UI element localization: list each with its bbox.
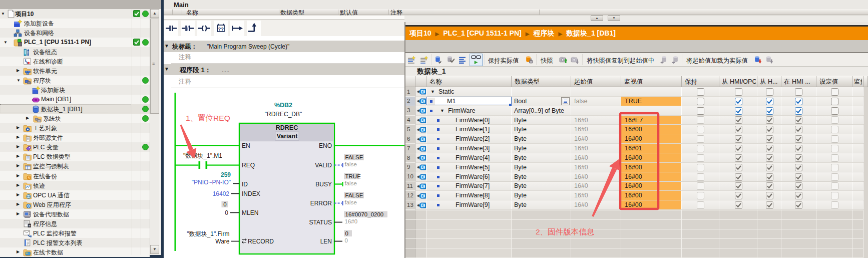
svg-text:"数据块_1".Firm: "数据块_1".Firm [187, 230, 229, 237]
svg-text:BUSY: BUSY [315, 181, 332, 188]
svg-text:0: 0 [345, 237, 348, 243]
svg-text:false: false [345, 180, 357, 186]
svg-text:ID: ID [242, 181, 248, 188]
svg-text:16#0070_0200: 16#0070_0200 [345, 211, 384, 217]
svg-text:ERROR: ERROR [310, 200, 332, 207]
svg-text:16#0: 16#0 [345, 218, 358, 224]
svg-text:%DB2: %DB2 [274, 102, 292, 109]
svg-text:??: ?? [218, 26, 224, 32]
svg-text:EN: EN [242, 142, 250, 149]
svg-text:TRUE: TRUE [345, 173, 361, 179]
svg-text:"PNIO~PN-IO": "PNIO~PN-IO" [192, 179, 231, 186]
svg-text:0: 0 [225, 209, 228, 216]
svg-text:FALSE: FALSE [345, 154, 363, 160]
svg-text:INDEX: INDEX [242, 190, 260, 197]
svg-text:LEN: LEN [320, 238, 332, 245]
svg-text:≡: ≡ [29, 224, 31, 227]
svg-text:"RDREC_DB": "RDREC_DB" [265, 111, 302, 118]
svg-text:0: 0 [345, 230, 348, 236]
svg-text:VALID: VALID [315, 162, 332, 169]
svg-text:16402: 16402 [213, 190, 230, 197]
svg-text:ENO: ENO [319, 142, 332, 149]
svg-text:0: 0 [223, 201, 226, 207]
svg-text:false: false [345, 161, 357, 167]
svg-text:Variant: Variant [277, 133, 298, 140]
svg-text:STATUS: STATUS [309, 219, 332, 226]
svg-text:RDREC: RDREC [276, 124, 298, 131]
svg-text:false: false [345, 199, 357, 205]
svg-text:FALSE: FALSE [345, 192, 363, 198]
svg-text:REQ: REQ [242, 162, 255, 169]
svg-text:MLEN: MLEN [242, 209, 258, 216]
svg-text:Ware: Ware [215, 238, 230, 245]
svg-text:259: 259 [221, 171, 231, 178]
svg-text:"数据块_1".M1: "数据块_1".M1 [183, 152, 222, 159]
svg-text:RECORD: RECORD [248, 238, 274, 245]
